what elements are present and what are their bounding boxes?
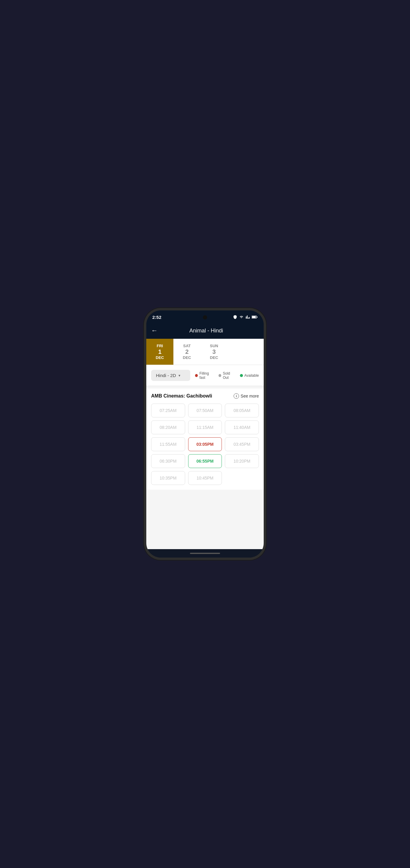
status-icons <box>233 315 258 319</box>
see-more-label: See more <box>241 394 259 398</box>
home-indicator <box>146 549 264 558</box>
day-name-sun: SUN <box>210 344 218 348</box>
time-grid: 07:25AM07:50AM08:05AM08:20AM11:15AM11:40… <box>151 404 259 485</box>
time-slot-6[interactable]: 11:55AM <box>151 437 185 451</box>
time-slot-11[interactable]: 10:20PM <box>225 454 259 468</box>
day-num-fri: 1 <box>158 348 161 355</box>
svg-rect-1 <box>252 316 256 318</box>
filling-fast-dot <box>195 374 198 377</box>
cinema-name: AMB Cinemas: Gachibowli <box>151 393 212 399</box>
time-slot-9[interactable]: 06:30PM <box>151 454 185 468</box>
time-slot-0[interactable]: 07:25AM <box>151 404 185 417</box>
cinema-header: AMB Cinemas: Gachibowli i See more <box>151 393 259 399</box>
time-slot-1[interactable]: 07:50AM <box>188 404 222 417</box>
battery-icon <box>252 315 258 319</box>
main-content: FRI 1 DEC SAT 2 DEC SUN 3 DEC Hindi - 2D… <box>146 339 264 549</box>
filter-label: Hindi - 2D <box>156 373 176 378</box>
svg-rect-2 <box>257 316 258 318</box>
available-dot <box>240 374 243 377</box>
wifi-icon <box>239 315 244 319</box>
back-button[interactable]: ← <box>151 327 158 335</box>
day-name-sat: SAT <box>183 344 191 348</box>
time-slot-10[interactable]: 06:55PM <box>188 454 222 468</box>
filling-fast-label: Filling fast <box>199 371 215 380</box>
date-tab-fri[interactable]: FRI 1 DEC <box>146 339 173 365</box>
available-legend: Available <box>240 373 259 378</box>
time-slot-12[interactable]: 10:35PM <box>151 471 185 485</box>
month-sat: DEC <box>183 355 191 360</box>
time-slot-8[interactable]: 03:45PM <box>225 437 259 451</box>
date-tab-sat[interactable]: SAT 2 DEC <box>173 339 201 365</box>
time-slot-2[interactable]: 08:05AM <box>225 404 259 417</box>
date-tabs: FRI 1 DEC SAT 2 DEC SUN 3 DEC <box>146 339 264 365</box>
sold-out-label: Sold Out <box>223 371 236 380</box>
time-slot-3[interactable]: 08:20AM <box>151 421 185 434</box>
info-icon: i <box>234 393 239 399</box>
chevron-down-icon: ▾ <box>178 373 180 378</box>
filling-fast-legend: Filling fast <box>195 371 215 380</box>
sold-out-dot <box>218 374 221 377</box>
page-title: Animal - Hindi <box>163 328 250 334</box>
time-slot-13[interactable]: 10:45PM <box>188 471 222 485</box>
filter-row: Hindi - 2D ▾ Filling fast Sold Out Avail… <box>146 365 264 386</box>
date-tab-sun[interactable]: SUN 3 DEC <box>201 339 228 365</box>
shield-icon <box>233 315 237 319</box>
month-sun: DEC <box>210 355 218 360</box>
day-num-sun: 3 <box>212 348 215 355</box>
see-more-button[interactable]: i See more <box>234 393 259 399</box>
day-name-fri: FRI <box>157 344 163 348</box>
available-label: Available <box>244 373 259 378</box>
header: ← Animal - Hindi <box>146 322 264 339</box>
language-format-dropdown[interactable]: Hindi - 2D ▾ <box>151 370 190 381</box>
sold-out-legend: Sold Out <box>218 371 236 380</box>
day-num-sat: 2 <box>185 348 189 355</box>
time-slot-7[interactable]: 03:05PM <box>188 437 222 451</box>
month-fri: DEC <box>156 355 164 360</box>
signal-icon <box>246 315 250 319</box>
time-slot-5[interactable]: 11:40AM <box>225 421 259 434</box>
time-slot-4[interactable]: 11:15AM <box>188 421 222 434</box>
status-time: 2:52 <box>152 315 161 320</box>
home-bar <box>190 553 220 554</box>
cinema-section: AMB Cinemas: Gachibowli i See more 07:25… <box>146 389 264 490</box>
legend: Filling fast Sold Out Available <box>195 371 259 380</box>
